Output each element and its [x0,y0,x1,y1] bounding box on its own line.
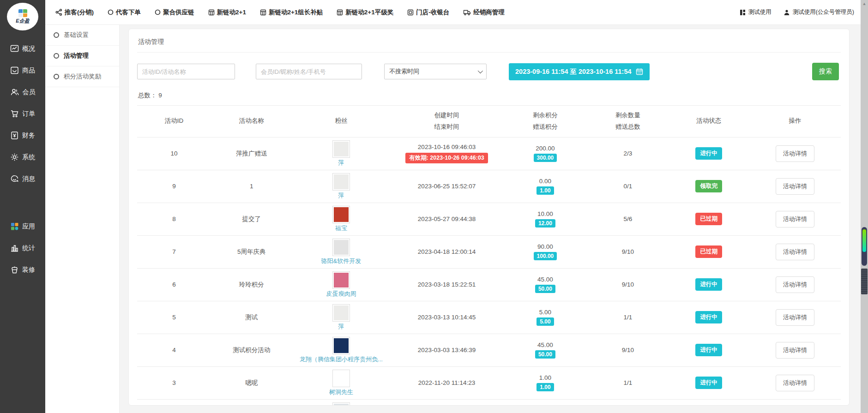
table-row: 2 测试 瑞瑞#小程序源码系统开发 2022-10-11 17:58:56 4.… [137,400,841,406]
scrollbar-thumb[interactable] [861,269,868,294]
activity-card: 活动管理 不搜索时间 2023-09-16 11:54 至 2023-10-16… [128,29,850,406]
topnav-item-dealer[interactable]: 经销商管理 [463,8,505,17]
main-sidebar: E企盈 概况 商品 会员 订单 财务 系统 消息 [0,0,45,413]
avatar [332,271,350,289]
total-count: 总数： 9 [138,91,840,100]
sidebar-item-stats[interactable]: 统计 [0,237,45,259]
cell-quantity: 0/1 [587,183,668,190]
topnav-item-supply-chain[interactable]: 聚合供应链 [155,8,194,17]
col-header-status: 活动状态 [669,115,749,127]
sidebar-item-label: 装修 [22,266,35,274]
activity-search-input[interactable] [137,64,235,79]
fan-name-link[interactable]: 树洞先生 [329,388,353,396]
sidebar-item-label: 订单 [23,110,36,118]
topnav-item-store-cashier[interactable]: 门店-收银台 [407,8,449,17]
activity-detail-button[interactable]: 活动详情 [776,178,814,195]
activity-table: 活动ID 活动名称 粉丝 创建时间结束时间 剩余积分赠送积分 剩余数量赠送总数 … [137,105,841,406]
fan-name-link[interactable]: 萍 [338,323,344,331]
cell-activity-id: 3 [137,379,211,386]
grid-icon [208,9,215,16]
topnav-label: 推客(分销) [65,8,94,17]
submenu-item-activity-management[interactable]: 活动管理 [45,46,119,66]
submenu-item-points-reward[interactable]: 积分活动奖励 [45,66,119,87]
fan-name-link[interactable]: 福宝 [335,224,347,233]
activity-detail-button[interactable]: 活动详情 [776,375,814,391]
top-navigation: 推客(分销) 代客下单 聚合供应链 新链动2+1 新链动2+1组长补贴 新链动2… [55,8,505,17]
gift-points-badge: 1.00 [536,383,554,391]
status-badge: 领取完 [695,180,722,192]
cell-points: 1.00 1.00 [503,374,587,391]
sidebar-item-finance[interactable]: 财务 [0,125,45,146]
topnav-item-chain-21-peer[interactable]: 新链动2+1平级奖 [337,8,393,17]
activity-detail-button[interactable]: 活动详情 [776,309,814,326]
member-search-input[interactable] [256,64,362,79]
sidebar-item-message[interactable]: 消息 [0,168,45,190]
cell-activity-name: 萍推广赠送 [211,150,292,158]
gift-points-badge: 50.00 [535,285,555,293]
activity-detail-button[interactable]: 活动详情 [776,342,814,359]
col-header-time: 创建时间结束时间 [391,110,503,133]
store-icon [407,9,414,16]
status-badge: 进行中 [695,377,722,389]
created-time: 2022-11-20 11:14:23 [391,379,503,386]
table-row: 7 5周年庆典 骆阳&软件开发 2023-04-18 12:00:14 90.0… [137,236,841,269]
dealer-truck-icon [463,9,471,16]
search-button[interactable]: 搜索 [812,63,839,80]
fan-name-link[interactable]: 萍 [338,159,344,167]
table-row: 5 测试 萍 2023-03-13 10:14:45 5.00 5.00 1/1 [137,301,841,334]
gift-points-badge: 12.00 [535,219,555,227]
cell-activity-name: 提交了 [211,215,292,223]
topnav-item-distribution[interactable]: 推客(分销) [55,8,94,17]
brand-logo[interactable]: E企盈 [7,3,38,30]
sidebar-item-label: 概况 [22,45,35,53]
topnav-item-chain-21[interactable]: 新链动2+1 [208,8,246,17]
deco-icon [10,265,19,274]
submenu-label: 活动管理 [64,52,89,60]
activity-detail-button[interactable]: 活动详情 [776,211,814,227]
activity-detail-button[interactable]: 活动详情 [776,276,814,293]
table-row: 3 嗯呢 树洞先生 2022-11-20 11:14:23 1.00 1.00 [137,367,841,400]
cell-activity-id: 4 [137,347,211,353]
fan-cell: 萍 [292,140,390,167]
filter-bar: 不搜索时间 2023-09-16 11:54 至 2023-10-16 11:5… [137,63,841,80]
table-header-row: 活动ID 活动名称 粉丝 创建时间结束时间 剩余积分赠送积分 剩余数量赠送总数 … [137,105,841,138]
status-badge: 已过期 [695,213,722,225]
fan-name-link[interactable]: 萍 [338,192,344,200]
topnav-label: 代客下单 [116,8,141,17]
sidebar-item-apps[interactable]: 应用 [0,215,45,237]
sidebar-item-system[interactable]: 系统 [0,146,45,168]
topnav-item-chain-21-leader[interactable]: 新链动2+1组长补贴 [260,8,323,17]
topnav-item-proxy-order[interactable]: 代客下单 [108,8,141,17]
cell-activity-id: 5 [137,314,211,321]
fan-name-link[interactable]: 龙翔（腾信集团小程序贵州负... [300,355,383,364]
created-time: 2023-03-03 13:46:39 [391,347,503,353]
sidebar-item-member[interactable]: 会员 [0,81,45,103]
fan-name-link[interactable]: 皮蛋瘦肉周 [326,290,356,298]
circle-icon [54,53,59,59]
user-menu[interactable]: 测试使用(公众号管理员) [784,8,854,16]
total-label: 总数： [138,92,157,99]
fan-cell: 瑞瑞#小程序源码系统开发 [292,402,390,406]
sidebar-item-overview[interactable]: 概况 [0,38,45,60]
sidebar-item-order[interactable]: 订单 [0,103,45,125]
avatar [332,239,350,256]
sidebar-item-deco[interactable]: 装修 [0,259,45,281]
activity-detail-button[interactable]: 活动详情 [776,145,814,162]
member-icon [10,88,19,96]
submenu-item-basic-settings[interactable]: 基础设置 [45,25,119,46]
time-filter-select[interactable]: 不搜索时间 [384,64,487,79]
scroll-up-arrow-icon[interactable]: ▲ [861,0,868,7]
gift-points-badge: 100.00 [534,252,557,260]
system-icon [10,153,19,162]
activity-detail-button[interactable]: 活动详情 [776,244,814,260]
account-menu[interactable]: 测试使用 [740,8,772,16]
cell-time: 2023-03-18 15:22:51 [391,281,503,288]
vertical-scrollbar[interactable]: ▲ [861,0,868,413]
date-range-button[interactable]: 2023-09-16 11:54 至 2023-10-16 11:54 [509,63,650,80]
remaining-points: 10.00 [503,210,587,217]
topnav-label: 新链动2+1 [217,8,246,17]
avatar [332,206,350,223]
remaining-points: 0.00 [503,178,587,185]
fan-name-link[interactable]: 骆阳&软件开发 [321,257,362,265]
sidebar-item-goods[interactable]: 商品 [0,60,45,81]
